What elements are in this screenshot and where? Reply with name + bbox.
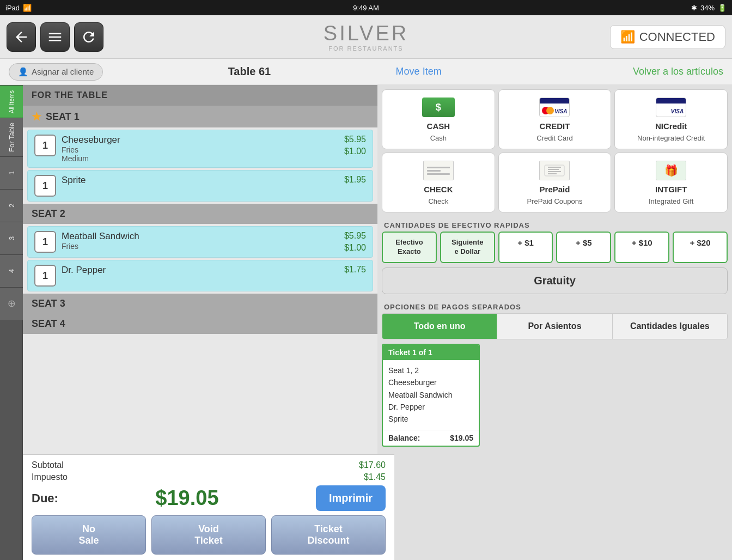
status-right: ✱ 34% 🔋 <box>691 4 727 12</box>
ticket-card[interactable]: Ticket 1 of 1 Seat 1, 2 Cheeseburger Mea… <box>382 344 480 447</box>
cheeseburger-price: $5.95 <box>344 135 366 144</box>
no-sale-button[interactable]: NoSale <box>32 515 146 555</box>
seat-2-header: SEAT 2 <box>23 204 377 224</box>
toolbar-right: 📶 CONNECTED <box>610 25 725 49</box>
tab-seat-2[interactable]: 2 <box>0 189 23 222</box>
meatball-name: Meatball Sandwich <box>62 231 339 242</box>
ticket-item-4: Sprite <box>388 413 473 425</box>
connected-label: CONNECTED <box>639 30 715 44</box>
subtotal-label: Subtotal <box>32 460 64 470</box>
right-panel: $ CASH Cash VISA CREDIT Credit Card <box>377 85 732 560</box>
tab-for-table[interactable]: For Table <box>0 118 23 156</box>
tab-seat-3[interactable]: 3 <box>0 222 23 254</box>
ticket-item-3: Dr. Pepper <box>388 401 473 413</box>
due-label: Due: <box>32 491 58 506</box>
connected-button[interactable]: 📶 CONNECTED <box>610 25 725 49</box>
cheeseburger-name: Cheeseburger <box>62 135 339 145</box>
qty-cheeseburger[interactable]: 1 <box>34 135 56 156</box>
void-ticket-button[interactable]: VoidTicket <box>151 515 266 555</box>
imprimir-button[interactable]: Imprimir <box>316 485 386 511</box>
qty-sprite[interactable]: 1 <box>34 175 56 197</box>
payment-credit-button[interactable]: VISA CREDIT Credit Card <box>498 89 612 149</box>
svg-rect-0 <box>545 165 564 176</box>
tab-seat-4[interactable]: 4 <box>0 254 23 287</box>
move-item-link[interactable]: Move Item <box>396 66 442 77</box>
left-tabs: All Items For Table 1 2 3 4 ⊕ <box>0 85 23 560</box>
tab-todo-en-uno[interactable]: Todo en uno <box>382 314 497 339</box>
credit-label: CREDIT <box>540 121 570 131</box>
assign-client-button[interactable]: 👤 Asignar al cliente <box>9 63 103 81</box>
nicredit-icon: VISA <box>655 96 687 118</box>
drpepper-name: Dr. Pepper <box>62 265 339 276</box>
check-label: CHECK <box>424 185 453 194</box>
order-item-meatball[interactable]: 1 Meatball Sandwich Fries $5.95 $1.00 <box>27 226 373 258</box>
due-amount: $19.05 <box>155 486 218 510</box>
tab-cantidades-iguales[interactable]: Cantidades Iguales <box>613 314 727 339</box>
due-row: Due: $19.05 Imprimir <box>32 485 386 511</box>
payment-nicredit-button[interactable]: VISA NICredit Non-integrated Credit <box>614 89 728 149</box>
plus10-button[interactable]: + $10 <box>614 232 669 263</box>
plus20-button[interactable]: + $20 <box>673 232 728 263</box>
check-img <box>423 161 454 180</box>
ticket-header: Ticket 1 of 1 <box>383 345 479 360</box>
status-time: 9:49 AM <box>353 4 379 12</box>
gratuity-button[interactable]: Gratuity <box>382 267 728 294</box>
order-item-cheeseburger[interactable]: 1 Cheeseburger Fries Medium $5.95 $1.00 <box>27 130 373 168</box>
volver-link[interactable]: Volver a los artículos <box>453 66 723 77</box>
payment-prepaid-button[interactable]: PrePaid PrePaid Coupons <box>498 153 612 212</box>
exacto-button[interactable]: Efectivo Exacto <box>382 232 437 263</box>
menu-icon <box>47 29 63 45</box>
tab-add-seat[interactable]: ⊕ <box>0 287 23 320</box>
meatball-fries-price: $1.00 <box>344 243 366 253</box>
for-the-table-header: FOR THE TABLE <box>23 85 377 106</box>
exacto-line1: Efectivo <box>395 238 423 246</box>
refresh-icon <box>81 29 97 45</box>
back-icon <box>13 29 29 45</box>
prepaid-sublabel: PrePaid Coupons <box>527 197 583 205</box>
refresh-button[interactable] <box>74 22 103 52</box>
intgift-icon: 🎁 <box>655 160 687 181</box>
order-section: FOR THE TABLE ★ SEAT 1 1 Cheeseburger Fr… <box>23 85 377 560</box>
intgift-label: INTGIFT <box>655 185 687 194</box>
sprite-name: Sprite <box>62 175 339 186</box>
qty-drpepper[interactable]: 1 <box>34 265 56 287</box>
plus1-button[interactable]: + $1 <box>498 232 553 263</box>
payment-cash-button[interactable]: $ CASH Cash <box>382 89 495 149</box>
nicredit-card-img: VISA <box>656 98 686 117</box>
sub-header: 👤 Asignar al cliente Table 61 Move Item … <box>0 59 732 85</box>
order-item-drpepper[interactable]: 1 Dr. Pepper $1.75 <box>27 260 373 291</box>
menu-button[interactable] <box>40 22 70 52</box>
gift-img: 🎁 <box>656 161 686 180</box>
meatball-details: Meatball Sandwich Fries <box>62 231 339 251</box>
seat-1-header: ★ SEAT 1 <box>23 106 377 127</box>
ticket-item-1: Cheeseburger <box>388 376 473 388</box>
impuesto-label: Impuesto <box>32 472 68 482</box>
ticket-balance: Balance: $19.05 <box>383 430 479 446</box>
tab-all-items[interactable]: All Items <box>0 85 23 118</box>
logo-sub: FOR RESTAURANTS <box>328 45 403 52</box>
subtotal-row: Subtotal $17.60 <box>32 460 386 470</box>
seat-2-label: SEAT 2 <box>32 208 65 220</box>
seat-3-header: SEAT 3 <box>23 294 377 314</box>
assign-label: Asignar al cliente <box>32 67 94 76</box>
drpepper-price: $1.75 <box>344 265 366 275</box>
ticket-item-2: Meatball Sandwich <box>388 389 473 401</box>
ticket-discount-button[interactable]: TicketDiscount <box>271 515 386 555</box>
credit-card-img: VISA <box>539 98 570 117</box>
qty-meatball[interactable]: 1 <box>34 231 56 253</box>
subtotal-value: $17.60 <box>359 460 386 470</box>
bottom-actions: NoSale VoidTicket TicketDiscount <box>32 515 386 555</box>
siguiente-line2: e Dollar <box>454 247 480 255</box>
payment-intgift-button[interactable]: 🎁 INTGIFT Integrated Gift <box>614 153 728 212</box>
check-sublabel: Check <box>428 197 448 205</box>
back-button[interactable] <box>7 22 36 52</box>
order-item-sprite[interactable]: 1 Sprite $1.95 <box>27 170 373 202</box>
cash-img: $ <box>422 98 455 117</box>
siguiente-button[interactable]: Siguiente e Dollar <box>440 232 495 263</box>
sprite-price: $1.95 <box>344 175 366 185</box>
plus5-button[interactable]: + $5 <box>556 232 611 263</box>
tab-seat-1[interactable]: 1 <box>0 156 23 189</box>
payment-check-button[interactable]: CHECK Check <box>382 153 495 212</box>
separated-payments-title: OPCIONES DE PAGOS SEPARADOS <box>377 299 732 313</box>
tab-por-asientos[interactable]: Por Asientos <box>497 314 612 339</box>
